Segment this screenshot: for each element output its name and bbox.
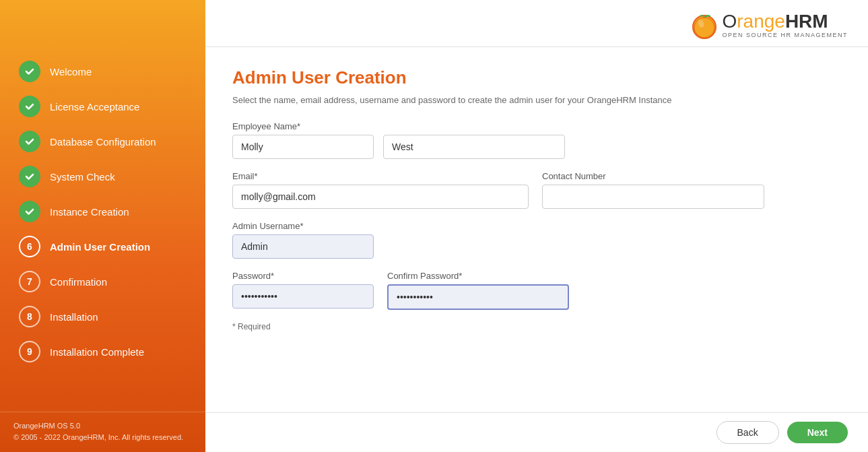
step-label-welcome: Welcome bbox=[50, 66, 92, 77]
required-note: * Required bbox=[232, 322, 841, 331]
contact-label: Contact Number bbox=[542, 171, 764, 181]
email-contact-row: Email* Contact Number bbox=[232, 171, 841, 209]
logo-name: OrangeHRM bbox=[722, 12, 848, 31]
password-input[interactable] bbox=[232, 284, 374, 309]
sidebar: WelcomeLicense AcceptanceDatabase Config… bbox=[0, 0, 205, 452]
sidebar-item-welcome[interactable]: Welcome bbox=[13, 54, 192, 89]
username-input[interactable] bbox=[232, 234, 374, 259]
email-group: Email* bbox=[232, 171, 529, 209]
step-label-installation: Installation bbox=[50, 311, 98, 323]
sidebar-item-database[interactable]: Database Configuration bbox=[13, 124, 192, 159]
confirm-password-input[interactable] bbox=[387, 284, 569, 310]
step-label-instance: Instance Creation bbox=[50, 206, 129, 218]
username-label: Admin Username* bbox=[232, 221, 374, 231]
step-label-confirmation: Confirmation bbox=[50, 276, 107, 288]
confirm-password-label: Confirm Password* bbox=[387, 271, 569, 281]
step-icon-installation: 8 bbox=[19, 306, 40, 327]
email-input[interactable] bbox=[232, 185, 529, 209]
page-description: Select the name, email address, username… bbox=[232, 95, 841, 105]
step-icon-system bbox=[19, 166, 40, 187]
main-footer: Back Next bbox=[205, 412, 868, 452]
email-label: Email* bbox=[232, 171, 529, 181]
sidebar-item-license[interactable]: License Acceptance bbox=[13, 89, 192, 124]
username-row: Admin Username* bbox=[232, 221, 841, 259]
sidebar-nav: WelcomeLicense AcceptanceDatabase Config… bbox=[0, 0, 205, 412]
step-icon-database bbox=[19, 131, 40, 152]
step-label-admin: Admin User Creation bbox=[50, 241, 150, 253]
contact-input[interactable] bbox=[542, 185, 764, 209]
step-icon-confirmation: 7 bbox=[19, 271, 40, 292]
confirm-password-group: Confirm Password* bbox=[387, 271, 569, 310]
password-label: Password* bbox=[232, 271, 374, 281]
step-label-system: System Check bbox=[50, 171, 115, 183]
footer-line2: © 2005 - 2022 OrangeHRM, Inc. All rights… bbox=[13, 432, 192, 444]
sidebar-item-installation[interactable]: 8Installation bbox=[13, 299, 192, 334]
contact-group: Contact Number bbox=[542, 171, 764, 209]
form-body: Admin User Creation Select the name, ema… bbox=[205, 47, 868, 412]
step-icon-admin: 6 bbox=[19, 236, 40, 257]
step-label-complete: Installation Complete bbox=[50, 346, 144, 358]
footer-line1: OrangeHRM OS 5.0 bbox=[13, 420, 192, 432]
step-icon-complete: 9 bbox=[19, 341, 40, 362]
sidebar-item-admin[interactable]: 6Admin User Creation bbox=[13, 229, 192, 264]
next-button[interactable]: Next bbox=[787, 422, 848, 443]
main-header: OrangeHRM OPEN SOURCE HR MANAGEMENT bbox=[205, 0, 868, 47]
sidebar-item-complete[interactable]: 9Installation Complete bbox=[13, 334, 192, 369]
last-name-input[interactable] bbox=[383, 135, 565, 159]
sidebar-footer: OrangeHRM OS 5.0 © 2005 - 2022 OrangeHRM… bbox=[0, 412, 205, 452]
step-label-license: License Acceptance bbox=[50, 101, 139, 112]
svg-point-4 bbox=[694, 18, 714, 38]
first-name-input[interactable] bbox=[232, 135, 374, 159]
employee-name-label: Employee Name* bbox=[232, 121, 565, 131]
employee-name-row: Employee Name* bbox=[232, 121, 841, 159]
step-label-database: Database Configuration bbox=[50, 136, 156, 148]
sidebar-item-system[interactable]: System Check bbox=[13, 159, 192, 194]
back-button[interactable]: Back bbox=[716, 421, 779, 444]
step-icon-instance bbox=[19, 201, 40, 222]
sidebar-item-confirmation[interactable]: 7Confirmation bbox=[13, 264, 192, 299]
orange-logo-icon bbox=[690, 10, 719, 40]
page-title: Admin User Creation bbox=[232, 67, 841, 88]
logo-subtitle: OPEN SOURCE HR MANAGEMENT bbox=[722, 32, 848, 38]
main-content: OrangeHRM OPEN SOURCE HR MANAGEMENT Admi… bbox=[205, 0, 868, 452]
logo-text: OrangeHRM OPEN SOURCE HR MANAGEMENT bbox=[722, 12, 848, 38]
password-group: Password* bbox=[232, 271, 374, 309]
logo: OrangeHRM OPEN SOURCE HR MANAGEMENT bbox=[690, 10, 848, 40]
sidebar-item-instance[interactable]: Instance Creation bbox=[13, 194, 192, 229]
step-icon-license bbox=[19, 96, 40, 117]
first-name-group: Employee Name* bbox=[232, 121, 565, 159]
step-icon-welcome bbox=[19, 61, 40, 82]
username-group: Admin Username* bbox=[232, 221, 374, 259]
password-row: Password* Confirm Password* bbox=[232, 271, 841, 310]
